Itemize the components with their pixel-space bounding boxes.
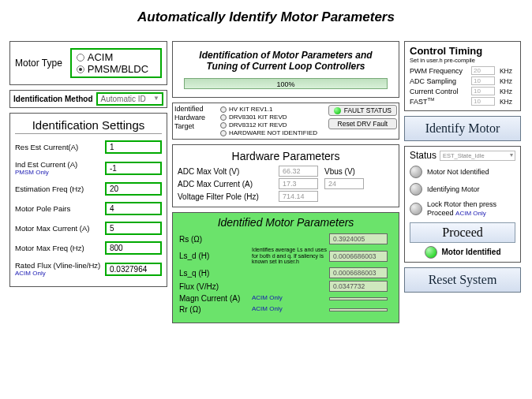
lsd-value: 0.0006686003 [329, 251, 388, 262]
center-heading: Identification of Motor Parameters and T… [178, 45, 394, 75]
max-freq-input[interactable]: 800 [105, 241, 162, 255]
motor-type-label: Motor Type [15, 58, 62, 69]
res-est-input[interactable]: 1 [105, 140, 162, 154]
reset-drv-button[interactable]: Reset DRV Fault [328, 118, 397, 129]
hw-option[interactable]: HARDWARE NOT IDENTIFIED [220, 129, 324, 136]
status-state-dropdown[interactable]: EST_State_Idle [440, 151, 515, 161]
ind-est-input[interactable]: -1 [105, 162, 162, 175]
status-lock-rotor: Lock Rotor then press Proceed ACIM Only [410, 200, 515, 218]
rs-value: 0.3924005 [329, 233, 388, 244]
identification-method-panel: Identification Method Automatic ID [9, 90, 167, 108]
motor-type-options: ACIM PMSM/BLDC [70, 48, 162, 78]
identified-motor-params-panel: Identified Motor Parameters Rs (Ω)0.3924… [172, 212, 399, 323]
identify-motor-button[interactable]: Identify Motor [404, 116, 521, 141]
status-led-icon [410, 203, 422, 215]
vbus-value: 24 [324, 178, 364, 189]
ind-est-row: Ind Est Current (A)PMSM Only -1 [15, 160, 162, 176]
identification-settings-panel: Identification Settings Res Est Current(… [9, 113, 167, 287]
proceed-button[interactable]: Proceed [410, 222, 515, 243]
vfp-value: 714.14 [279, 191, 318, 202]
radio-dot-icon [220, 130, 227, 136]
control-timing-panel: Control Timing Set in user.h pre-compile… [404, 41, 521, 111]
status-not-identified: Motor Not Identified [410, 166, 515, 178]
lsq-value: 0.0006686003 [329, 267, 388, 278]
est-freq-row: Estimation Freq (Hz) 20 [15, 182, 162, 196]
radio-dot-icon [220, 122, 227, 129]
adc-volt-value: 66.32 [279, 166, 318, 177]
id-method-label: Identification Method [13, 95, 93, 103]
res-est-row: Res Est Current(A) 1 [15, 140, 162, 154]
pole-pairs-row: Motor Pole Pairs 4 [15, 202, 162, 215]
settings-title: Identification Settings [15, 118, 162, 134]
rated-flux-row: Rated Flux (Vline-line/Hz)ACIM Only 0.03… [15, 261, 162, 277]
hardware-list: HV KIT REV1.1 DRV8301 KIT REVD DRV8312 K… [220, 105, 324, 137]
hw-option[interactable]: HV KIT REV1.1 [220, 106, 324, 113]
max-current-input[interactable]: 5 [105, 222, 162, 235]
status-led-icon [410, 166, 422, 178]
status-identifying: Identifying Motor [410, 183, 515, 196]
pole-pairs-input[interactable]: 4 [105, 202, 162, 215]
radio-dot-icon [220, 114, 227, 121]
radio-dot-icon [77, 54, 84, 62]
adc-curr-value: 17.3 [279, 178, 318, 189]
status-motor-identified: Motor Identified [410, 246, 515, 259]
status-panel: Status EST_State_Idle Motor Not Identifi… [404, 146, 521, 263]
radio-acim[interactable]: ACIM [77, 51, 155, 63]
motor-type-panel: Motor Type ACIM PMSM/BLDC [9, 41, 167, 85]
max-freq-row: Motor Max Freq (Hz) 800 [15, 241, 162, 255]
radio-dot-icon [77, 65, 84, 73]
status-led-icon [425, 246, 437, 259]
hardware-target-panel: Identified Hardware Target HV KIT REV1.1… [172, 103, 399, 140]
pwm-value: 20 [471, 66, 495, 75]
progress-bar: 100% [184, 78, 388, 89]
radio-pmsm[interactable]: PMSM/BLDC [77, 63, 155, 75]
fault-status-indicator: FAULT STATUS [328, 105, 397, 116]
radio-dot-icon [220, 106, 227, 113]
max-current-row: Motor Max Current (A) 5 [15, 222, 162, 235]
est-freq-input[interactable]: 20 [105, 182, 162, 196]
reset-system-button[interactable]: Reset System [404, 267, 521, 293]
hardware-parameters-panel: Hardware Parameters ADC Max Volt (V) 66.… [172, 144, 399, 207]
rr-value [329, 308, 388, 311]
hw-option[interactable]: DRV8312 KIT REVD [220, 121, 324, 129]
flux-value: 0.0347732 [329, 281, 388, 292]
rated-flux-input[interactable]: 0.0327964 [105, 263, 162, 276]
magn-value [329, 297, 388, 300]
fast-value: 10 [471, 97, 495, 106]
cc-value: 10 [471, 87, 495, 95]
status-dot-icon [334, 107, 341, 114]
page-title: Automatically Identify Motor Parameters [9, 9, 523, 25]
status-led-icon [410, 183, 422, 196]
adc-value: 10 [471, 76, 495, 85]
id-method-dropdown[interactable]: Automatic ID [96, 92, 163, 106]
hw-option[interactable]: DRV8301 KIT REVD [220, 114, 324, 121]
center-top-panel: Identification of Motor Parameters and T… [172, 41, 399, 98]
